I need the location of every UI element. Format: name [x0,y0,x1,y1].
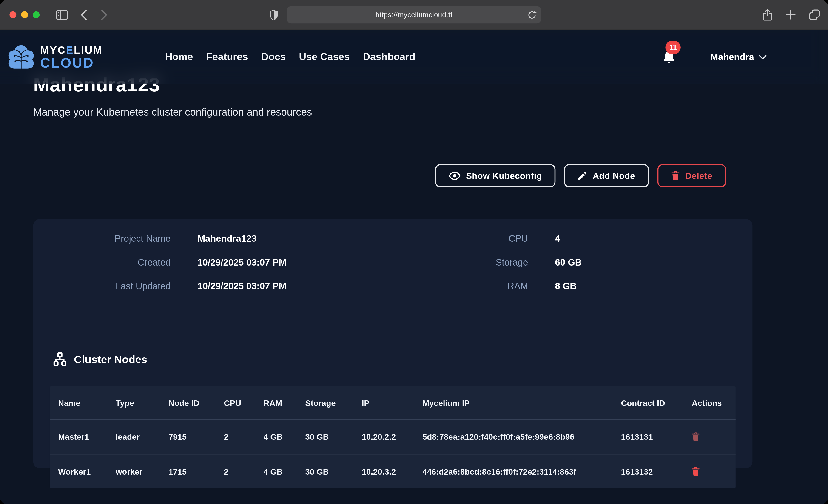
created-label: Created [33,257,170,268]
minimize-window-button[interactable] [21,11,28,18]
site-logo-text: MYCELIUM CLOUD [40,45,103,69]
site-header: MYCELIUM CLOUD Home Features Docs Use Ca… [0,30,828,84]
cluster-nodes-header: Cluster Nodes [53,352,147,366]
col-node-id: Node ID [160,392,215,414]
close-window-button[interactable] [9,11,16,18]
ram-value: 8 GB [555,281,736,292]
cell-name: Master1 [50,426,107,448]
nav-home[interactable]: Home [165,51,193,63]
user-name: Mahendra [710,51,754,62]
cell-cpu: 2 [215,426,255,448]
trash-icon [692,432,700,441]
cell-mycelium-ip: 5d8:78ea:a120:f40c:ff0f:a5fe:99e6:8b96 [414,426,613,448]
nav-use-cases[interactable]: Use Cases [299,51,350,63]
delete-cluster-button[interactable]: Delete [657,164,726,187]
add-node-button[interactable]: Add Node [564,164,649,187]
cell-storage: 30 GB [297,426,353,448]
col-mycelium-ip: Mycelium IP [414,392,613,414]
new-tab-icon[interactable] [786,10,796,20]
show-kubeconfig-button[interactable]: Show Kubeconfig [435,164,556,187]
col-name: Name [50,392,107,414]
browser-window: https://myceliumcloud.tf [0,0,828,504]
reload-icon[interactable] [528,10,537,19]
cluster-details-card: Project Name Mahendra123 CPU 4 Created 1… [33,219,753,468]
cell-node-id: 1715 [160,461,215,482]
table-row: Worker1 worker 1715 2 4 GB 30 GB 10.20.3… [50,454,736,488]
col-type: Type [107,392,160,414]
delete-node-button[interactable] [683,432,735,441]
pencil-icon [578,171,587,180]
browser-toolbar: https://myceliumcloud.tf [0,0,828,30]
cell-contract-id: 1613132 [613,461,683,482]
cluster-nodes-title: Cluster Nodes [74,353,147,366]
cell-name: Worker1 [50,461,107,482]
notification-badge: 11 [666,40,681,54]
user-menu[interactable]: Mahendra [710,51,767,62]
ram-label: RAM [397,281,528,292]
network-topology-icon [53,352,67,366]
cluster-info-grid: Project Name Mahendra123 CPU 4 Created 1… [33,219,753,292]
cell-cpu: 2 [215,461,255,482]
site-logo[interactable]: MYCELIUM CLOUD [6,44,103,70]
cell-ram: 4 GB [255,461,297,482]
trash-icon [671,171,679,180]
last-updated-value: 10/29/2025 03:07 PM [197,281,370,292]
storage-value: 60 GB [555,257,736,268]
address-bar[interactable]: https://myceliumcloud.tf [287,6,541,24]
storage-label: Storage [397,257,528,268]
cell-storage: 30 GB [297,461,353,482]
trash-icon [692,467,700,476]
table-row: Master1 leader 7915 2 4 GB 30 GB 10.20.2… [50,420,736,454]
privacy-shield-icon[interactable] [270,9,278,20]
col-cpu: CPU [215,392,255,414]
tab-overview-icon[interactable] [809,9,820,20]
nav-features[interactable]: Features [206,51,248,63]
project-name-value: Mahendra123 [197,234,370,244]
share-icon[interactable] [762,9,773,21]
chevron-down-icon [759,55,767,59]
col-contract-id: Contract ID [613,392,683,414]
cpu-label: CPU [397,234,528,244]
main-nav: Home Features Docs Use Cases Dashboard [165,51,415,63]
table-header-row: Name Type Node ID CPU RAM Storage IP Myc… [50,386,736,420]
last-updated-label: Last Updated [33,281,170,292]
eye-icon [449,172,460,180]
delete-node-button[interactable] [683,467,735,476]
cpu-value: 4 [555,234,736,244]
created-value: 10/29/2025 03:07 PM [197,257,370,268]
url-text: https://myceliumcloud.tf [375,11,453,18]
cell-contract-id: 1613131 [613,426,683,448]
project-name-label: Project Name [33,234,170,244]
cell-ip: 10.20.3.2 [353,461,414,482]
mycelium-logo-icon [6,44,36,70]
nav-dashboard[interactable]: Dashboard [363,51,415,63]
forward-icon[interactable] [101,9,108,20]
window-controls [9,11,40,18]
page-subtitle: Manage your Kubernetes cluster configura… [33,106,312,118]
cell-type: leader [107,426,160,448]
col-actions: Actions [683,392,735,414]
notifications-button[interactable]: 11 [663,50,676,64]
col-storage: Storage [297,392,353,414]
page-content: Mahendra123 Manage your Kubernetes clust… [0,30,828,504]
nav-docs[interactable]: Docs [261,51,286,63]
cell-ip: 10.20.2.2 [353,426,414,448]
cell-mycelium-ip: 446:d2a6:8bcd:8c16:ff0f:72e2:3114:863f [414,461,613,482]
cell-node-id: 7915 [160,426,215,448]
sidebar-toggle-icon[interactable] [56,10,68,20]
cell-type: worker [107,461,160,482]
col-ram: RAM [255,392,297,414]
cluster-actions: Show Kubeconfig Add Node [435,164,726,187]
cell-ram: 4 GB [255,426,297,448]
cluster-nodes-table: Name Type Node ID CPU RAM Storage IP Myc… [50,386,736,488]
back-icon[interactable] [80,9,87,20]
fullscreen-window-button[interactable] [33,11,40,18]
col-ip: IP [353,392,414,414]
